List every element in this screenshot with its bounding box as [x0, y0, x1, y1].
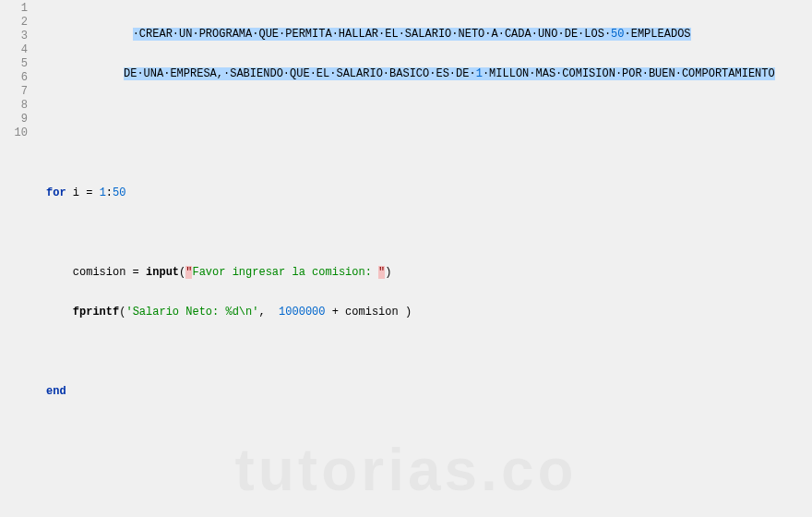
comment-text: ·CREAR·UN·PROGRAMA·QUE·PERMITA·HALLAR·EL…: [133, 28, 611, 41]
paren: ): [385, 266, 391, 279]
comment-text: DE·UNA·EMPRESA,·SABIENDO·QUE·EL·SALARIO·…: [124, 67, 476, 80]
code-line-10[interactable]: end: [33, 385, 812, 399]
number-literal: 50: [611, 28, 624, 41]
keyword-end: end: [46, 385, 66, 398]
line-number: 8: [0, 99, 33, 113]
code-text: comision =: [46, 266, 146, 279]
indent-ws: [46, 306, 73, 319]
string-literal: 'Salario Neto: %d\n': [125, 306, 258, 319]
code-area[interactable]: ·CREAR·UN·PROGRAMA·QUE·PERMITA·HALLAR·EL…: [33, 0, 812, 517]
number-literal: 1: [476, 67, 483, 80]
line-number: 10: [0, 126, 33, 140]
line-number: 3: [0, 30, 33, 43]
code-line-3[interactable]: [33, 107, 812, 121]
code-text: ,: [258, 306, 279, 319]
line-number: 7: [0, 85, 33, 99]
number-literal: 1000000: [279, 306, 325, 319]
line-number-gutter: 1 2 3 4 5 6 7 8 9 10: [0, 0, 33, 517]
keyword-for: for: [46, 186, 66, 199]
comment-text: ·MILLON·MAS·COMISION·POR·BUEN·COMPORTAMI…: [483, 67, 775, 80]
line-number: 6: [0, 71, 33, 85]
selection[interactable]: DE·UNA·EMPRESA,·SABIENDO·QUE·EL·SALARIO·…: [124, 67, 775, 80]
code-line-6[interactable]: [33, 226, 812, 240]
line-number: 1: [0, 2, 33, 16]
string-literal: Favor ingresar la comision:: [192, 266, 378, 279]
code-line-5[interactable]: for i = 1:50: [33, 186, 812, 200]
code-line-7[interactable]: comision = input("Favor ingresar la comi…: [33, 266, 812, 280]
code-text: i =: [66, 186, 100, 199]
code-text: :: [106, 186, 113, 199]
function-input: input: [146, 266, 179, 279]
comment-text: ·EMPLEADOS: [625, 28, 691, 41]
code-line-8[interactable]: fprintf('Salario Neto: %d\n', 1000000 + …: [33, 306, 812, 319]
line-number: 4: [0, 43, 33, 57]
line-number: 5: [0, 57, 33, 71]
selection[interactable]: ·CREAR·UN·PROGRAMA·QUE·PERMITA·HALLAR·EL…: [133, 28, 691, 41]
number-literal: 50: [113, 186, 125, 199]
function-fprintf: fprintf: [73, 306, 119, 319]
code-line-9[interactable]: [33, 345, 812, 359]
number-literal: 1: [100, 186, 106, 199]
code-line-2[interactable]: DE·UNA·EMPRESA,·SABIENDO·QUE·EL·SALARIO·…: [33, 67, 812, 81]
line-number: 2: [0, 16, 33, 30]
code-editor[interactable]: 1 2 3 4 5 6 7 8 9 10 ·CREAR·UN·PROGRAMA·…: [0, 0, 812, 517]
line-number: 9: [0, 113, 33, 126]
indent-ws: [46, 28, 133, 41]
code-line-4[interactable]: [33, 147, 812, 161]
code-text: + comision ): [326, 306, 412, 319]
code-line-1[interactable]: ·CREAR·UN·PROGRAMA·QUE·PERMITA·HALLAR·EL…: [33, 28, 812, 42]
